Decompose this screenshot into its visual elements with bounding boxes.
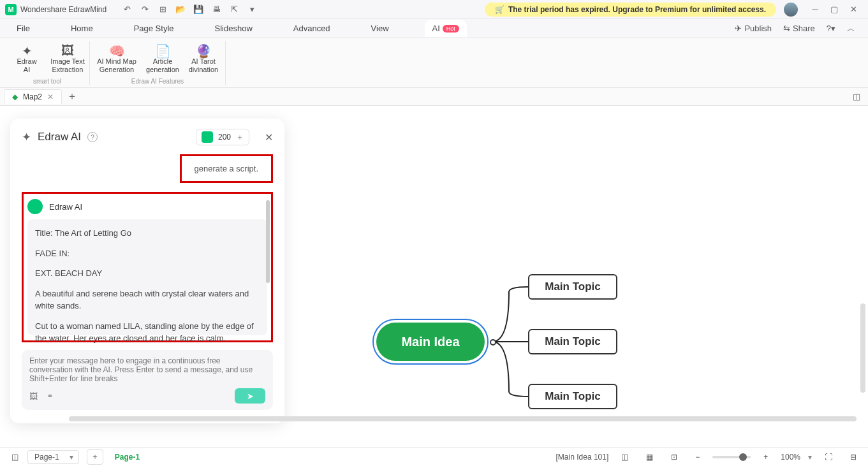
ai-panel-close-button[interactable]: ✕ (265, 131, 273, 143)
fullscreen-button[interactable]: ⛶ (820, 450, 837, 464)
ai-scrollbar[interactable] (266, 200, 270, 283)
ai-help-icon[interactable]: ? (87, 132, 98, 142)
save-icon[interactable]: 💾 (193, 4, 203, 15)
publish-icon: ✈ (735, 24, 742, 33)
main-idea-node[interactable]: Main Idea (376, 323, 485, 361)
menu-slideshow[interactable]: Slideshow (210, 21, 258, 36)
menu-home[interactable]: Home (66, 21, 98, 36)
ai-message-input[interactable] (29, 356, 265, 382)
zoom-out-button[interactable]: − (690, 450, 705, 464)
add-tokens-button[interactable]: ＋ (236, 132, 244, 143)
ai-panel-title: Edraw AI (38, 131, 81, 143)
zoom-slider[interactable] (712, 456, 751, 458)
zoom-dropdown-icon[interactable]: ▾ (808, 453, 812, 462)
article-icon: 📄 (155, 43, 171, 57)
image-text-button[interactable]: 🖼Image Text Extraction (48, 41, 87, 74)
open-icon[interactable]: 📂 (175, 4, 186, 15)
ai-token-count: 200 ＋ (196, 129, 249, 145)
ai-avatar-icon (27, 199, 43, 214)
view-mode-1-icon[interactable]: ◫ (616, 450, 633, 464)
menu-ai[interactable]: AI Hot (425, 20, 467, 37)
ai-message: Title: The Art of Letting Go FADE IN: EX… (27, 219, 267, 335)
help-button[interactable]: ?▾ (827, 24, 835, 33)
publish-button[interactable]: ✈Publish (735, 24, 772, 33)
tab-close-button[interactable]: ✕ (47, 92, 54, 101)
ai-name: Edraw AI (49, 202, 82, 212)
redo-icon[interactable]: ↷ (140, 4, 150, 15)
selection-info: [Main Idea 101] (556, 453, 609, 462)
user-prompt-text: generate a script. (195, 164, 258, 173)
ai-input-area: 🖼 ⚭ ➤ (22, 350, 273, 410)
mindmap-gen-button[interactable]: 🧠AI Mind Map Generation (92, 41, 141, 74)
collapse-button[interactable]: ⊟ (845, 450, 862, 464)
new-icon[interactable]: ⊞ (158, 4, 168, 15)
ribbon-section-smart: smart tool (33, 78, 61, 85)
image-tool-icon[interactable]: 🖼 (29, 391, 38, 401)
add-tab-button[interactable]: ＋ (67, 90, 77, 103)
tarot-icon: 🔮 (196, 43, 212, 57)
edraw-ai-button[interactable]: ✦Edraw AI (8, 41, 46, 74)
send-button[interactable]: ➤ (235, 388, 265, 404)
ai-bot-icon (202, 131, 213, 143)
node-handle-icon[interactable] (490, 339, 496, 346)
mindmap-icon: 🧠 (109, 43, 125, 57)
edraw-ai-icon: ✦ (22, 43, 33, 57)
ribbon-section-features: Edraw AI Features (131, 78, 184, 85)
tab-label: Map2 (23, 92, 42, 101)
ai-reply-highlight: Edraw AI Title: The Art of Letting Go FA… (22, 192, 273, 342)
collapse-ribbon-button[interactable]: ︿ (847, 23, 855, 34)
tarot-button[interactable]: 🔮AI Tarot divination (184, 41, 223, 74)
topic-node-1[interactable]: Main Topic (528, 274, 617, 300)
app-logo: M (5, 4, 17, 15)
add-page-button[interactable]: ＋ (87, 449, 103, 465)
current-page-label: Page-1 (115, 453, 140, 462)
doc-tab-map2[interactable]: ◆ Map2 ✕ (4, 89, 62, 104)
menu-advanced[interactable]: Advanced (288, 21, 335, 36)
dropdown-icon[interactable]: ▾ (247, 4, 257, 15)
menu-file[interactable]: File (11, 21, 35, 36)
minimize-button[interactable]: ─ (805, 2, 825, 17)
vertical-scrollbar[interactable] (860, 303, 865, 393)
view-mode-3-icon[interactable]: ⊡ (666, 450, 682, 464)
app-title: Wondershare EdrawMind (20, 5, 107, 14)
print-icon[interactable]: 🖶 (211, 4, 221, 15)
view-mode-2-icon[interactable]: ▦ (641, 450, 658, 464)
panel-toggle-icon[interactable]: ◫ (853, 92, 860, 101)
doc-icon: ◆ (12, 92, 18, 101)
share-button[interactable]: ⇆Share (783, 24, 815, 33)
hot-badge: Hot (443, 25, 459, 33)
maximize-button[interactable]: ▢ (825, 2, 844, 17)
trial-text: The trial period has expired. Upgrade to… (508, 5, 766, 14)
menu-ai-label: AI (432, 24, 440, 33)
user-avatar[interactable] (784, 3, 798, 17)
share-icon: ⇆ (783, 24, 790, 33)
zoom-in-button[interactable]: + (758, 450, 773, 464)
close-button[interactable]: ✕ (844, 2, 863, 17)
ai-panel-icon: ✦ (22, 130, 31, 144)
article-gen-button[interactable]: 📄Article generation (143, 41, 182, 74)
edraw-ai-panel: ✦ Edraw AI ? 200 ＋ ✕ generate a script. … (10, 119, 284, 423)
cart-icon: 🛒 (495, 5, 504, 14)
image-text-icon: 🖼 (61, 43, 74, 57)
user-prompt-highlight: generate a script. (180, 154, 273, 183)
menu-view[interactable]: View (366, 21, 394, 36)
menu-page-style[interactable]: Page Style (129, 21, 179, 36)
trial-banner[interactable]: 🛒 The trial period has expired. Upgrade … (485, 3, 776, 17)
topic-node-3[interactable]: Main Topic (528, 384, 617, 409)
export-icon[interactable]: ⇱ (229, 4, 239, 15)
outline-button[interactable]: ◫ (6, 450, 24, 464)
zoom-level: 100% (781, 453, 800, 462)
undo-icon[interactable]: ↶ (122, 4, 132, 15)
topic-node-2[interactable]: Main Topic (528, 329, 617, 354)
page-selector[interactable]: Page-1 (27, 450, 79, 464)
mindmap-tool-icon[interactable]: ⚭ (47, 391, 54, 401)
horizontal-scrollbar[interactable] (69, 416, 857, 421)
